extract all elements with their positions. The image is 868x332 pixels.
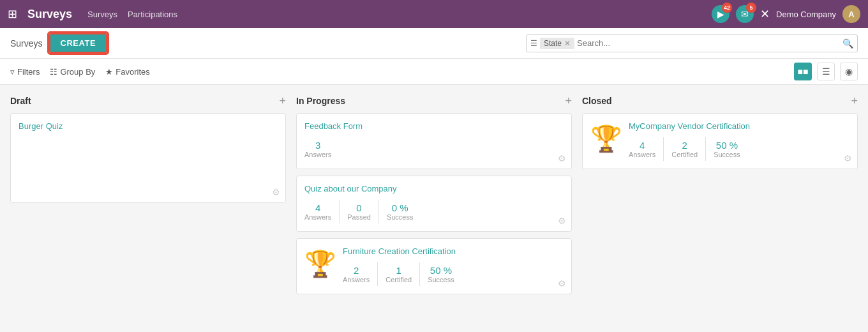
col-header-in_progress: In Progress+ — [296, 95, 572, 107]
card-title-furniture-cert[interactable]: Furniture Creation Certification — [304, 246, 564, 256]
col-title-closed: Closed — [582, 96, 612, 106]
stat-label: Passed — [347, 213, 371, 221]
groupby-button[interactable]: ☷ Group By — [50, 67, 95, 77]
toolbar-left: ▿ Filters ☷ Group By ★ Favorites — [10, 67, 150, 77]
card-settings-feedback-form[interactable]: ⚙ — [558, 153, 566, 163]
create-button[interactable]: CREATE — [49, 33, 107, 53]
nav-participations[interactable]: Participations — [128, 10, 177, 19]
search-input[interactable] — [577, 38, 842, 48]
messages-icon[interactable]: ✉ 5 — [736, 5, 754, 23]
stat-value: 2 — [682, 140, 687, 151]
stat-label: Success — [714, 151, 740, 158]
card-title-feedback-form[interactable]: Feedback Form — [304, 121, 564, 131]
col-header-closed: Closed+ — [582, 95, 858, 107]
stat-group: 2Certified — [664, 137, 706, 161]
stat-group: 4Answers — [304, 200, 340, 223]
stat-group: 3Answers — [304, 137, 339, 161]
groupby-icon: ☷ — [50, 67, 57, 77]
stat-group: 50 %Success — [706, 137, 748, 161]
close-icon[interactable]: ✕ — [760, 7, 770, 21]
stat-label: Success — [387, 213, 414, 221]
card-title-quiz-company[interactable]: Quiz about our Company — [304, 184, 564, 193]
card-stats-feedback-form: 3Answers — [304, 137, 564, 161]
search-icon[interactable]: 🔍 — [842, 38, 853, 49]
stat-group: 2Answers — [343, 262, 378, 286]
toolbar-right: ■■ ☰ ◉ — [794, 63, 858, 80]
stat-value: 0 — [356, 202, 361, 213]
favorites-label: Favorites — [116, 67, 149, 77]
card-quiz-company: Quiz about our Company4Answers0Passed0 %… — [296, 176, 572, 232]
filter-tag-icon: ☰ — [530, 39, 537, 48]
notifications-icon[interactable]: ▶ 42 — [712, 5, 730, 23]
nav-surveys[interactable]: Surveys — [87, 10, 117, 19]
stat-label: Certified — [385, 276, 412, 283]
subheader-right: ☰ State ✕ 🔍 — [526, 34, 858, 52]
list-view-button[interactable]: ☰ — [817, 63, 835, 80]
kanban-board: Draft+Burger Quiz⚙In Progress+Feedback F… — [0, 85, 868, 311]
activity-view-button[interactable]: ◉ — [840, 63, 858, 80]
stat-group: 4Answers — [629, 137, 664, 161]
breadcrumb: Surveys — [10, 38, 43, 49]
company-name[interactable]: Demo Company — [776, 10, 836, 19]
card-title-burger-quiz[interactable]: Burger Quiz — [19, 121, 278, 131]
col-title-draft: Draft — [10, 96, 31, 106]
card-title-vendor-cert[interactable]: MyCompany Vendor Certification — [590, 121, 849, 131]
card-feedback-form: Feedback Form3Answers⚙ — [296, 113, 572, 169]
star-icon: ★ — [105, 67, 113, 77]
stat-group: 0Passed — [340, 200, 379, 223]
stat-group: 50 %Success — [420, 262, 462, 286]
messages-badge: 5 — [746, 3, 756, 13]
card-stats-vendor-cert: 4Answers2Certified50 %Success — [629, 137, 849, 161]
col-title-in_progress: In Progress — [296, 96, 345, 106]
stat-value: 0 % — [392, 202, 408, 213]
notifications-badge: 42 — [722, 3, 732, 13]
favorites-button[interactable]: ★ Favorites — [105, 67, 149, 77]
kanban-col-closed: Closed+🏆MyCompany Vendor Certification4A… — [582, 95, 858, 176]
toolbar: ▿ Filters ☷ Group By ★ Favorites ■■ ☰ ◉ — [0, 59, 868, 85]
stat-value: 2 — [354, 265, 359, 276]
stat-group: 1Certified — [378, 262, 420, 286]
stat-value: 3 — [315, 140, 320, 151]
state-filter-tag[interactable]: State ✕ — [540, 38, 574, 49]
stat-value: 50 % — [716, 140, 738, 151]
state-tag-label: State — [544, 39, 562, 48]
card-stats-quiz-company: 4Answers0Passed0 %Success — [304, 200, 564, 223]
app-title: Surveys — [27, 8, 72, 21]
stat-label: Success — [428, 276, 454, 283]
col-header-draft: Draft+ — [10, 95, 286, 107]
filter-icon: ▿ — [10, 67, 15, 77]
kanban-col-draft: Draft+Burger Quiz⚙ — [10, 95, 286, 209]
award-icon: 🏆 — [590, 124, 622, 154]
card-stats-furniture-cert: 2Answers1Certified50 %Success — [343, 262, 564, 286]
col-add-button-in_progress[interactable]: + — [565, 95, 572, 107]
card-burger-quiz: Burger Quiz⚙ — [10, 113, 286, 203]
col-add-button-closed[interactable]: + — [851, 95, 858, 107]
grid-icon[interactable]: ⊞ — [8, 7, 17, 21]
stat-group: 0 %Success — [379, 200, 421, 223]
avatar[interactable]: A — [842, 5, 860, 23]
stat-label: Answers — [629, 151, 655, 158]
filters-button[interactable]: ▿ Filters — [10, 67, 40, 77]
topbar-icons: ▶ 42 ✉ 5 ✕ Demo Company A — [712, 5, 860, 23]
stat-label: Answers — [304, 213, 331, 221]
kanban-col-in_progress: In Progress+Feedback Form3Answers⚙Quiz a… — [296, 95, 572, 301]
kanban-view-button[interactable]: ■■ — [794, 63, 812, 80]
stat-label: Answers — [304, 151, 331, 158]
card-settings-quiz-company[interactable]: ⚙ — [558, 216, 566, 226]
card-furniture-cert: 🏆Furniture Creation Certification2Answer… — [296, 238, 572, 294]
stat-value: 4 — [640, 140, 645, 151]
state-tag-close[interactable]: ✕ — [564, 39, 571, 48]
stat-label: Certified — [671, 151, 698, 158]
card-settings-furniture-cert[interactable]: ⚙ — [558, 278, 566, 289]
stat-value: 4 — [315, 202, 320, 213]
col-add-button-draft[interactable]: + — [279, 95, 286, 107]
stat-value: 1 — [396, 265, 401, 276]
subheader-left: Surveys CREATE — [10, 33, 107, 53]
card-settings-vendor-cert[interactable]: ⚙ — [844, 153, 852, 163]
stat-label: Answers — [343, 276, 370, 283]
search-bar: ☰ State ✕ 🔍 — [526, 34, 858, 52]
top-nav: ⊞ Surveys Surveys Participations ▶ 42 ✉ … — [0, 0, 868, 28]
card-settings-burger-quiz[interactable]: ⚙ — [272, 187, 280, 197]
card-vendor-cert: 🏆MyCompany Vendor Certification4Answers2… — [582, 113, 858, 169]
filters-label: Filters — [17, 67, 40, 77]
